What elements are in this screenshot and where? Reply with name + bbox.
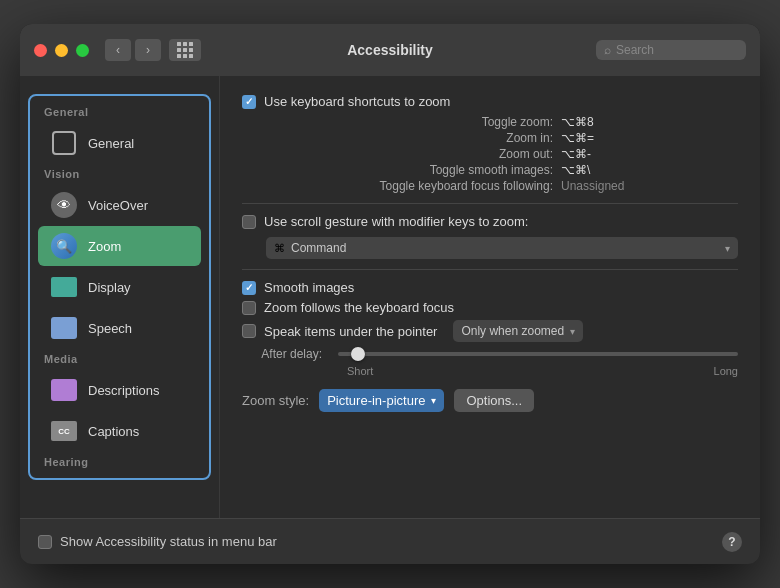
zoom-style-label: Zoom style: [242, 393, 309, 408]
bottom-bar: Show Accessibility status in menu bar ? [20, 518, 760, 564]
sidebar-item-label: Descriptions [88, 383, 160, 398]
sidebar: General General Vision 👁 VoiceOver [20, 76, 220, 518]
sidebar-item-zoom[interactable]: 🔍 Zoom [38, 226, 201, 266]
window-title: Accessibility [347, 42, 433, 58]
forward-button[interactable]: › [135, 39, 161, 61]
speak-dropdown-arrow-icon: ▾ [570, 326, 575, 337]
after-delay-row: After delay: [242, 347, 738, 361]
section-label-hearing: Hearing [30, 452, 209, 472]
search-icon: ⌕ [604, 43, 611, 57]
keyboard-shortcuts-row: ✓ Use keyboard shortcuts to zoom [242, 94, 738, 109]
zoom-icon: 🔍 [50, 232, 78, 260]
sidebar-item-display[interactable]: Display [38, 267, 201, 307]
titlebar: ‹ › Accessibility ⌕ [20, 24, 760, 76]
sidebar-item-label: Zoom [88, 239, 121, 254]
sidebar-item-captions[interactable]: CC Captions [38, 411, 201, 451]
help-icon: ? [728, 535, 735, 549]
dropdown-arrow-icon: ▾ [725, 243, 730, 254]
after-delay-label: After delay: [242, 347, 322, 361]
shortcut-value-toggle: ⌥⌘8 [561, 115, 738, 129]
divider-2 [242, 269, 738, 270]
section-label-vision: Vision [30, 164, 209, 184]
slider-thumb [351, 347, 365, 361]
general-icon [50, 129, 78, 157]
sidebar-item-general[interactable]: General [38, 123, 201, 163]
long-label: Long [714, 365, 738, 377]
speak-items-dropdown[interactable]: Only when zoomed ▾ [453, 320, 583, 342]
speech-icon [50, 314, 78, 342]
shortcut-value-smooth: ⌥⌘\ [561, 163, 738, 177]
smooth-images-checkbox[interactable]: ✓ [242, 281, 256, 295]
shortcut-label-smooth: Toggle smooth images: [266, 163, 553, 177]
speak-items-text: Speak items under the pointer [264, 324, 437, 339]
sidebar-item-speech[interactable]: Speech [38, 308, 201, 348]
zoom-style-dropdown[interactable]: Picture-in-picture ▾ [319, 389, 444, 412]
section-label-general: General [30, 102, 209, 122]
scroll-gesture-text: Use scroll gesture with modifier keys to… [264, 214, 528, 229]
zoom-keyboard-focus-checkbox[interactable] [242, 301, 256, 315]
zoom-style-dropdown-text: Picture-in-picture [327, 393, 425, 408]
content-area: ✓ Use keyboard shortcuts to zoom Toggle … [220, 76, 760, 518]
search-box[interactable]: ⌕ [596, 40, 746, 60]
smooth-images-row: ✓ Smooth images [242, 280, 738, 295]
zoom-style-arrow-icon: ▾ [431, 395, 436, 406]
sidebar-item-label: Speech [88, 321, 132, 336]
speak-items-checkbox[interactable] [242, 324, 256, 338]
traffic-lights [34, 44, 89, 57]
sidebar-item-label: Display [88, 280, 131, 295]
back-icon: ‹ [116, 43, 120, 57]
keyboard-shortcuts-checkbox[interactable]: ✓ [242, 95, 256, 109]
modifier-dropdown-text: Command [291, 241, 719, 255]
minimize-button[interactable] [55, 44, 68, 57]
sidebar-border: General General Vision 👁 VoiceOver [28, 94, 211, 480]
modifier-dropdown-container: ⌘ Command ▾ [242, 237, 738, 259]
captions-icon: CC [50, 417, 78, 445]
status-bar-checkbox-row: Show Accessibility status in menu bar [38, 534, 277, 549]
help-button[interactable]: ? [722, 532, 742, 552]
shortcut-label-zoomin: Zoom in: [266, 131, 553, 145]
keyboard-shortcuts-text: Use keyboard shortcuts to zoom [264, 94, 450, 109]
speak-items-dropdown-text: Only when zoomed [461, 324, 564, 338]
status-bar-checkbox[interactable] [38, 535, 52, 549]
display-icon [50, 273, 78, 301]
grid-icon [177, 42, 193, 58]
delay-slider[interactable] [338, 352, 738, 356]
main-content: General General Vision 👁 VoiceOver [20, 76, 760, 518]
grid-view-button[interactable] [169, 39, 201, 61]
zoom-keyboard-focus-text: Zoom follows the keyboard focus [264, 300, 454, 315]
options-button[interactable]: Options... [454, 389, 534, 412]
shortcut-label-zoomout: Zoom out: [266, 147, 553, 161]
shortcut-value-zoomout: ⌥⌘- [561, 147, 738, 161]
zoom-style-row: Zoom style: Picture-in-picture ▾ Options… [242, 389, 738, 412]
shortcut-label-toggle: Toggle zoom: [266, 115, 553, 129]
zoom-keyboard-focus-row: Zoom follows the keyboard focus [242, 300, 738, 315]
shortcuts-grid: Toggle zoom: ⌥⌘8 Zoom in: ⌥⌘= Zoom out: … [266, 115, 738, 193]
scroll-gesture-checkbox[interactable] [242, 215, 256, 229]
close-button[interactable] [34, 44, 47, 57]
short-long-labels: Short Long [242, 365, 738, 377]
sidebar-item-label: Captions [88, 424, 139, 439]
forward-icon: › [146, 43, 150, 57]
sidebar-item-label: VoiceOver [88, 198, 148, 213]
search-input[interactable] [616, 43, 738, 57]
checkmark-icon: ✓ [245, 96, 253, 107]
sidebar-item-label: General [88, 136, 134, 151]
smooth-images-text: Smooth images [264, 280, 354, 295]
sidebar-item-voiceover[interactable]: 👁 VoiceOver [38, 185, 201, 225]
speak-items-row: Speak items under the pointer Only when … [242, 320, 738, 342]
maximize-button[interactable] [76, 44, 89, 57]
modifier-dropdown[interactable]: ⌘ Command ▾ [266, 237, 738, 259]
back-button[interactable]: ‹ [105, 39, 131, 61]
divider-1 [242, 203, 738, 204]
checkmark-icon: ✓ [245, 282, 253, 293]
keyboard-shortcuts-label[interactable]: ✓ Use keyboard shortcuts to zoom [242, 94, 450, 109]
nav-buttons: ‹ › [105, 39, 201, 61]
descriptions-icon [50, 376, 78, 404]
cmd-symbol: ⌘ [274, 242, 285, 255]
section-label-media: Media [30, 349, 209, 369]
shortcut-value-focus: Unassigned [561, 179, 738, 193]
sidebar-item-descriptions[interactable]: Descriptions [38, 370, 201, 410]
shortcut-label-focus: Toggle keyboard focus following: [266, 179, 553, 193]
main-window: ‹ › Accessibility ⌕ General [20, 24, 760, 564]
short-label: Short [347, 365, 373, 377]
